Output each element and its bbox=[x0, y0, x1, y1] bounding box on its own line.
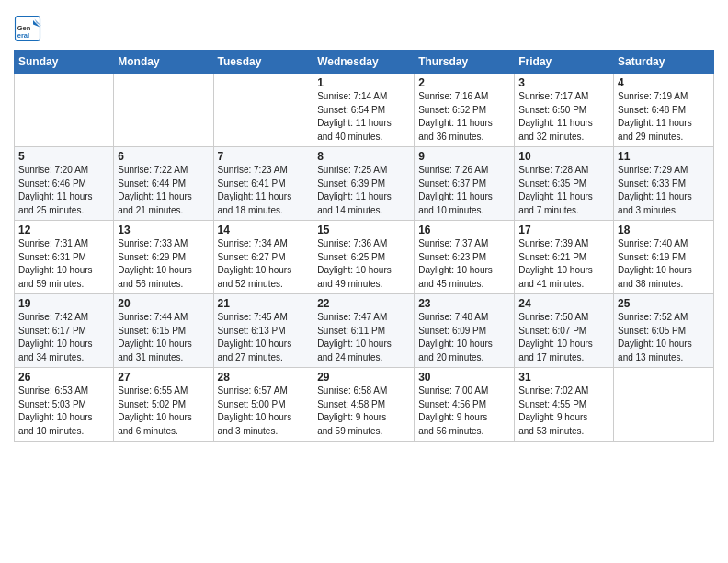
calendar-cell: 20Sunrise: 7:44 AM Sunset: 6:15 PM Dayli… bbox=[114, 294, 213, 368]
day-number: 27 bbox=[118, 371, 209, 384]
day-number: 20 bbox=[118, 297, 209, 310]
day-number: 2 bbox=[418, 76, 510, 89]
day-info: Sunrise: 7:36 AM Sunset: 6:25 PM Dayligh… bbox=[317, 237, 410, 291]
day-info: Sunrise: 7:00 AM Sunset: 4:56 PM Dayligh… bbox=[418, 385, 510, 438]
weekday-header-thursday: Thursday bbox=[415, 51, 515, 74]
day-number: 15 bbox=[317, 224, 410, 236]
page-header: Gen eral bbox=[14, 9, 714, 42]
calendar-cell bbox=[114, 74, 213, 147]
day-info: Sunrise: 7:33 AM Sunset: 6:29 PM Dayligh… bbox=[118, 237, 209, 291]
calendar-cell: 22Sunrise: 7:47 AM Sunset: 6:11 PM Dayli… bbox=[313, 294, 415, 368]
calendar-cell: 16Sunrise: 7:37 AM Sunset: 6:23 PM Dayli… bbox=[415, 221, 515, 294]
weekday-header-row: SundayMondayTuesdayWednesdayThursdayFrid… bbox=[15, 51, 714, 74]
day-info: Sunrise: 7:14 AM Sunset: 6:54 PM Dayligh… bbox=[317, 90, 410, 144]
calendar-cell: 2Sunrise: 7:16 AM Sunset: 6:52 PM Daylig… bbox=[415, 74, 515, 147]
day-number: 8 bbox=[317, 150, 410, 163]
calendar-cell: 10Sunrise: 7:28 AM Sunset: 6:35 PM Dayli… bbox=[515, 147, 614, 221]
day-info: Sunrise: 6:58 AM Sunset: 4:58 PM Dayligh… bbox=[317, 385, 410, 438]
calendar-cell: 30Sunrise: 7:00 AM Sunset: 4:56 PM Dayli… bbox=[415, 368, 515, 442]
calendar-week-row: 12Sunrise: 7:31 AM Sunset: 6:31 PM Dayli… bbox=[15, 221, 714, 294]
logo: Gen eral bbox=[14, 15, 45, 42]
calendar-week-row: 1Sunrise: 7:14 AM Sunset: 6:54 PM Daylig… bbox=[15, 74, 714, 147]
day-info: Sunrise: 7:48 AM Sunset: 6:09 PM Dayligh… bbox=[418, 311, 510, 364]
day-info: Sunrise: 6:57 AM Sunset: 5:00 PM Dayligh… bbox=[218, 385, 310, 438]
calendar-cell: 4Sunrise: 7:19 AM Sunset: 6:48 PM Daylig… bbox=[614, 74, 714, 147]
day-info: Sunrise: 7:45 AM Sunset: 6:13 PM Dayligh… bbox=[218, 311, 310, 364]
day-info: Sunrise: 7:42 AM Sunset: 6:17 PM Dayligh… bbox=[18, 311, 109, 364]
day-info: Sunrise: 7:25 AM Sunset: 6:39 PM Dayligh… bbox=[317, 164, 410, 217]
calendar-cell: 5Sunrise: 7:20 AM Sunset: 6:46 PM Daylig… bbox=[15, 147, 114, 221]
calendar-cell: 17Sunrise: 7:39 AM Sunset: 6:21 PM Dayli… bbox=[515, 221, 614, 294]
calendar-week-row: 19Sunrise: 7:42 AM Sunset: 6:17 PM Dayli… bbox=[15, 294, 714, 368]
day-number: 17 bbox=[518, 224, 609, 236]
calendar-cell bbox=[614, 368, 714, 442]
calendar-cell bbox=[213, 74, 313, 147]
weekday-header-monday: Monday bbox=[114, 51, 213, 74]
calendar-cell: 8Sunrise: 7:25 AM Sunset: 6:39 PM Daylig… bbox=[313, 147, 415, 221]
calendar-cell: 1Sunrise: 7:14 AM Sunset: 6:54 PM Daylig… bbox=[313, 74, 415, 147]
calendar-cell: 25Sunrise: 7:52 AM Sunset: 6:05 PM Dayli… bbox=[614, 294, 714, 368]
calendar-cell: 6Sunrise: 7:22 AM Sunset: 6:44 PM Daylig… bbox=[114, 147, 213, 221]
day-number: 22 bbox=[317, 297, 410, 310]
day-info: Sunrise: 7:16 AM Sunset: 6:52 PM Dayligh… bbox=[418, 90, 510, 144]
day-number: 28 bbox=[218, 371, 310, 384]
day-info: Sunrise: 6:53 AM Sunset: 5:03 PM Dayligh… bbox=[18, 385, 109, 438]
day-info: Sunrise: 7:19 AM Sunset: 6:48 PM Dayligh… bbox=[618, 90, 710, 144]
calendar-cell: 21Sunrise: 7:45 AM Sunset: 6:13 PM Dayli… bbox=[213, 294, 313, 368]
day-info: Sunrise: 7:23 AM Sunset: 6:41 PM Dayligh… bbox=[218, 164, 310, 217]
day-number: 5 bbox=[18, 150, 109, 163]
day-number: 30 bbox=[418, 371, 510, 384]
day-number: 14 bbox=[218, 224, 310, 236]
calendar-table: SundayMondayTuesdayWednesdayThursdayFrid… bbox=[14, 50, 714, 442]
day-number: 19 bbox=[18, 297, 109, 310]
day-number: 24 bbox=[518, 297, 609, 310]
calendar-cell: 24Sunrise: 7:50 AM Sunset: 6:07 PM Dayli… bbox=[515, 294, 614, 368]
calendar-cell: 26Sunrise: 6:53 AM Sunset: 5:03 PM Dayli… bbox=[15, 368, 114, 442]
day-number: 25 bbox=[618, 297, 710, 310]
calendar-cell: 12Sunrise: 7:31 AM Sunset: 6:31 PM Dayli… bbox=[15, 221, 114, 294]
day-info: Sunrise: 7:31 AM Sunset: 6:31 PM Dayligh… bbox=[18, 237, 109, 291]
day-number: 6 bbox=[118, 150, 209, 163]
day-info: Sunrise: 7:40 AM Sunset: 6:19 PM Dayligh… bbox=[618, 237, 710, 291]
day-number: 1 bbox=[317, 76, 410, 89]
weekday-header-wednesday: Wednesday bbox=[313, 51, 415, 74]
day-number: 23 bbox=[418, 297, 510, 310]
calendar-week-row: 26Sunrise: 6:53 AM Sunset: 5:03 PM Dayli… bbox=[15, 368, 714, 442]
calendar-week-row: 5Sunrise: 7:20 AM Sunset: 6:46 PM Daylig… bbox=[15, 147, 714, 221]
day-info: Sunrise: 7:29 AM Sunset: 6:33 PM Dayligh… bbox=[618, 164, 710, 217]
day-info: Sunrise: 7:02 AM Sunset: 4:55 PM Dayligh… bbox=[518, 385, 609, 438]
calendar-cell: 9Sunrise: 7:26 AM Sunset: 6:37 PM Daylig… bbox=[415, 147, 515, 221]
day-number: 13 bbox=[118, 224, 209, 236]
day-info: Sunrise: 7:44 AM Sunset: 6:15 PM Dayligh… bbox=[118, 311, 209, 364]
day-info: Sunrise: 7:17 AM Sunset: 6:50 PM Dayligh… bbox=[518, 90, 609, 144]
calendar-cell: 27Sunrise: 6:55 AM Sunset: 5:02 PM Dayli… bbox=[114, 368, 213, 442]
day-info: Sunrise: 7:37 AM Sunset: 6:23 PM Dayligh… bbox=[418, 237, 510, 291]
weekday-header-friday: Friday bbox=[515, 51, 614, 74]
calendar-cell: 11Sunrise: 7:29 AM Sunset: 6:33 PM Dayli… bbox=[614, 147, 714, 221]
day-number: 3 bbox=[518, 76, 609, 89]
day-info: Sunrise: 7:47 AM Sunset: 6:11 PM Dayligh… bbox=[317, 311, 410, 364]
day-number: 31 bbox=[518, 371, 609, 384]
day-info: Sunrise: 7:50 AM Sunset: 6:07 PM Dayligh… bbox=[518, 311, 609, 364]
day-number: 16 bbox=[418, 224, 510, 236]
calendar-cell: 31Sunrise: 7:02 AM Sunset: 4:55 PM Dayli… bbox=[515, 368, 614, 442]
day-number: 21 bbox=[218, 297, 310, 310]
calendar-cell: 13Sunrise: 7:33 AM Sunset: 6:29 PM Dayli… bbox=[114, 221, 213, 294]
day-info: Sunrise: 7:28 AM Sunset: 6:35 PM Dayligh… bbox=[518, 164, 609, 217]
calendar-cell: 19Sunrise: 7:42 AM Sunset: 6:17 PM Dayli… bbox=[15, 294, 114, 368]
day-number: 11 bbox=[618, 150, 710, 163]
calendar-cell: 28Sunrise: 6:57 AM Sunset: 5:00 PM Dayli… bbox=[213, 368, 313, 442]
calendar-page: Gen eral SundayMondayTuesdayWednesdayThu… bbox=[0, 0, 728, 455]
day-number: 10 bbox=[518, 150, 609, 163]
svg-text:eral: eral bbox=[17, 31, 29, 40]
weekday-header-tuesday: Tuesday bbox=[213, 51, 313, 74]
calendar-cell: 15Sunrise: 7:36 AM Sunset: 6:25 PM Dayli… bbox=[313, 221, 415, 294]
day-info: Sunrise: 6:55 AM Sunset: 5:02 PM Dayligh… bbox=[118, 385, 209, 438]
day-number: 29 bbox=[317, 371, 410, 384]
calendar-cell: 14Sunrise: 7:34 AM Sunset: 6:27 PM Dayli… bbox=[213, 221, 313, 294]
day-number: 18 bbox=[618, 224, 710, 236]
calendar-cell bbox=[15, 74, 114, 147]
calendar-cell: 3Sunrise: 7:17 AM Sunset: 6:50 PM Daylig… bbox=[515, 74, 614, 147]
weekday-header-saturday: Saturday bbox=[614, 51, 714, 74]
day-number: 12 bbox=[18, 224, 109, 236]
